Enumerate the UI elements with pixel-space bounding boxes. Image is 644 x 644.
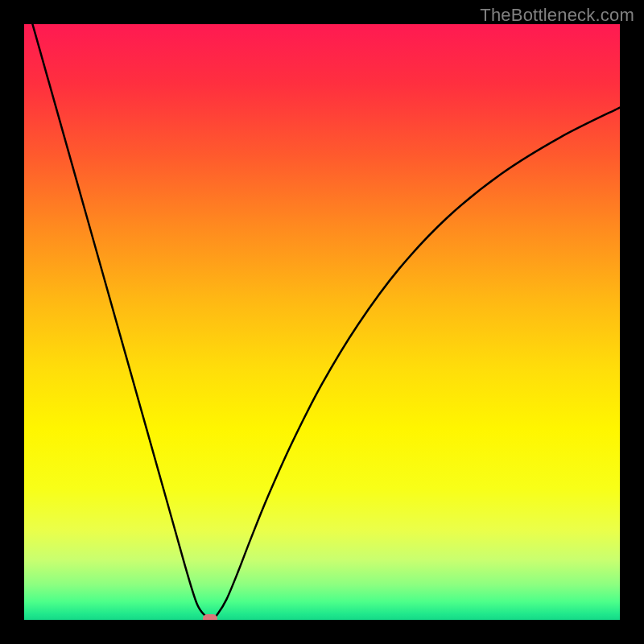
optimal-point-marker: [203, 614, 217, 620]
plot-area: [24, 24, 620, 620]
chart-frame: TheBottleneck.com: [0, 0, 644, 644]
watermark-text: TheBottleneck.com: [480, 5, 634, 26]
bottleneck-curve: [24, 24, 620, 620]
